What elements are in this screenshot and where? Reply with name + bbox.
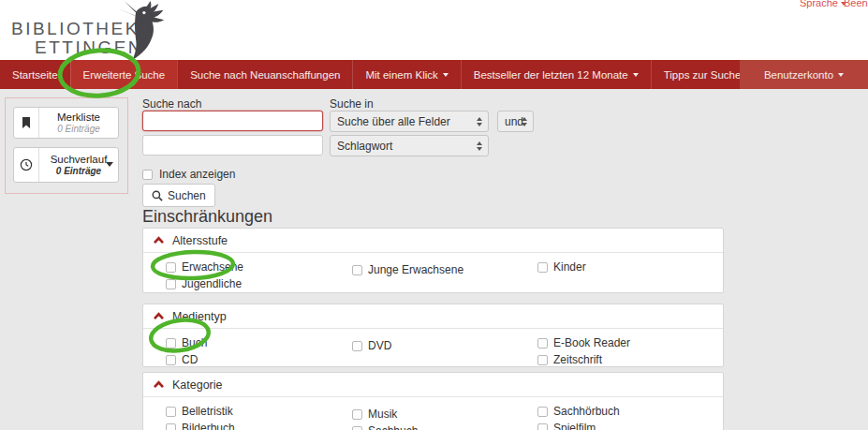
filter-label: E-Book Reader [553, 336, 630, 349]
logout-link[interactable]: Beenden [844, 0, 868, 8]
filter-label: Belletristik [182, 405, 233, 418]
site-header: BIBLIOTHEK ETTINGEN Sprache Beenden [0, 0, 868, 60]
nav-erweiterte-suche[interactable]: Erweiterte Suche [70, 60, 178, 89]
chevron-up-icon [153, 312, 165, 320]
clock-icon [14, 148, 39, 182]
woodpecker-logo-icon [105, 0, 176, 60]
filter-label: DVD [368, 339, 391, 352]
checkbox[interactable] [537, 338, 548, 348]
filter-checkbox-musik[interactable]: Musik [352, 408, 537, 421]
merkliste-text: Merkliste 0 Einträge [39, 108, 118, 138]
filter-label: Bilderbuch [182, 422, 235, 430]
filter-checkbox-belletristik[interactable]: Belletristik [166, 405, 352, 418]
language-menu[interactable]: Sprache [800, 0, 846, 8]
checkbox[interactable] [166, 279, 176, 289]
checkbox[interactable] [166, 355, 176, 365]
filter-checkbox-kinder[interactable]: Kinder [537, 260, 706, 274]
merkliste-button[interactable]: Merkliste 0 Einträge [13, 107, 119, 139]
filter-label: Jugendliche [182, 277, 242, 290]
suchverlauf-button[interactable]: Suchverlauf 0 Einträge [13, 147, 119, 183]
search-input-1[interactable] [142, 111, 323, 131]
filter-column: BelletristikBilderbuch [166, 405, 352, 430]
label-suche-nach: Suche nach [142, 97, 201, 111]
search-icon [152, 190, 163, 201]
filter-checkbox-jugendliche[interactable]: Jugendliche [166, 277, 352, 290]
checkbox[interactable] [352, 265, 362, 275]
nav-startseite[interactable]: Startseite [0, 60, 70, 89]
label-suche-in: Suche in [330, 97, 374, 111]
search-field-select-1[interactable]: Suche über alle Felder [330, 111, 489, 132]
filter-column: Kinder [537, 260, 706, 294]
nav-label: Startseite [12, 69, 58, 81]
checkbox[interactable] [537, 355, 548, 365]
nav-neuanschaffungen[interactable]: Suche nach Neuanschaffungen [177, 60, 352, 89]
language-label: Sprache [800, 0, 838, 8]
filter-checkbox-erwachsene[interactable]: Erwachsene [166, 260, 352, 274]
section-kategorie-header[interactable]: Kategorie [143, 373, 723, 397]
checkbox[interactable] [352, 341, 362, 351]
filter-checkbox-zeitschrift[interactable]: Zeitschrift [537, 353, 706, 366]
filter-checkbox-buch[interactable]: Buch [166, 336, 352, 349]
caret-down-icon[interactable] [106, 162, 113, 167]
filter-checkbox-bilderbuch[interactable]: Bilderbuch [166, 422, 352, 430]
filter-checkbox-e-book-reader[interactable]: E-Book Reader [537, 336, 706, 349]
search-input-2[interactable] [142, 135, 323, 156]
suchen-button-label: Suchen [168, 189, 206, 202]
checkbox[interactable] [166, 262, 176, 273]
section-altersstufe: Altersstufe ErwachseneJugendlicheJunge E… [142, 228, 724, 293]
filter-label: Kinder [553, 260, 586, 274]
suchverlauf-title: Suchverlauf [51, 154, 108, 166]
caret-down-icon [838, 73, 844, 77]
filter-label: Musik [368, 408, 397, 421]
chevron-up-icon [153, 236, 165, 245]
filter-checkbox-junge-erwachsene[interactable]: Junge Erwachsene [352, 263, 537, 276]
section-medientyp-body: BuchCDDVDE-Book ReaderZeitschrift [143, 329, 723, 370]
nav-benutzerkonto[interactable]: Benutzerkonto [740, 60, 868, 89]
filter-label: CD [182, 353, 198, 366]
index-checkbox[interactable] [142, 170, 153, 180]
checkbox[interactable] [537, 262, 548, 273]
caret-down-icon [443, 73, 449, 77]
checkbox[interactable] [537, 407, 548, 417]
section-kategorie: Kategorie BelletristikBilderbuchMusikSac… [142, 372, 724, 430]
operator-select[interactable]: und [497, 111, 534, 132]
section-altersstufe-header[interactable]: Altersstufe [143, 229, 723, 253]
merkliste-count: 0 Einträge [57, 124, 100, 135]
einschraenkungen-heading: Einschränkungen [142, 207, 272, 227]
nav-mit-einem-klick[interactable]: Mit einem Klick [352, 60, 460, 89]
filter-label: Sachbuch [368, 424, 418, 430]
nav-label: Suche nach Neuanschaffungen [190, 69, 340, 81]
checkbox[interactable] [166, 407, 176, 417]
checkbox[interactable] [166, 338, 176, 348]
section-title: Altersstufe [172, 234, 228, 247]
checkbox[interactable] [352, 426, 362, 430]
filter-checkbox-sachhörbuch[interactable]: Sachhörbuch [537, 405, 706, 418]
filter-label: Junge Erwachsene [368, 263, 463, 276]
suchen-button[interactable]: Suchen [142, 184, 215, 207]
checkbox[interactable] [166, 423, 176, 430]
filter-column: BuchCD [166, 336, 352, 370]
checkbox[interactable] [537, 423, 548, 430]
sidebar-panel: Merkliste 0 Einträge Suchverlauf 0 Eintr… [5, 97, 128, 194]
filter-checkbox-cd[interactable]: CD [166, 353, 352, 366]
nav-label: Mit einem Klick [365, 69, 437, 81]
checkbox[interactable] [352, 409, 362, 420]
filter-column: MusikSachbuch [352, 405, 537, 430]
logout-label: Beenden [844, 0, 868, 8]
section-medientyp-header[interactable]: Medientyp [143, 304, 723, 329]
select-arrows-icon [477, 117, 482, 126]
section-title: Medientyp [172, 310, 227, 323]
search-field-select-2[interactable]: Schlagwort [330, 135, 489, 156]
filter-label: Erwachsene [182, 260, 243, 274]
filter-label: Sachhörbuch [553, 405, 620, 418]
section-medientyp: Medientyp BuchCDDVDE-Book ReaderZeitschr… [142, 304, 724, 367]
nav-bestseller[interactable]: Bestseller der letzten 12 Monate [461, 60, 651, 89]
filter-column: E-Book ReaderZeitschrift [537, 336, 706, 370]
section-title: Kategorie [172, 378, 223, 392]
filter-checkbox-dvd[interactable]: DVD [352, 339, 537, 352]
filter-checkbox-sachbuch[interactable]: Sachbuch [352, 424, 537, 430]
nav-label: Bestseller der letzten 12 Monate [474, 69, 628, 81]
filter-checkbox-spielfilm[interactable]: Spielfilm [537, 422, 706, 430]
merkliste-title: Merkliste [57, 111, 100, 124]
index-anzeigen-row[interactable]: Index anzeigen [142, 168, 235, 181]
